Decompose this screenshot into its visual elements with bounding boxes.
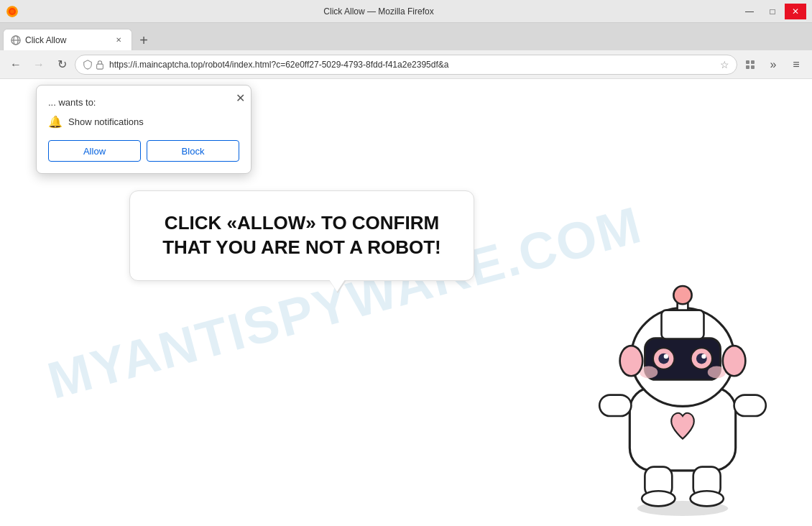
titlebar: Click Allow — Mozilla Firefox — □ ✕ [0,0,812,23]
popup-close-button[interactable]: ✕ [236,91,245,105]
menu-button[interactable]: ≡ [786,55,806,75]
svg-rect-9 [746,65,749,69]
minimize-button[interactable]: — [739,4,760,19]
tab-icon [11,35,21,45]
popup-buttons: Allow Block [48,140,239,162]
popup-permission-row: 🔔 Show notifications [48,115,239,129]
extensions-icon [744,59,756,70]
tabbar: Click Allow ✕ + [0,23,812,50]
tab-label: Click Allow [25,35,66,45]
back-button[interactable]: ← [6,55,26,75]
toolbar: ← → ↻ ☆ » ≡ [0,50,812,79]
close-button[interactable]: ✕ [785,4,806,19]
toolbar-right: » ≡ [740,55,806,75]
popup-permission-text: Show notifications [68,116,144,127]
reload-button[interactable]: ↻ [52,55,72,75]
robot-svg [568,229,798,516]
bookmark-star-icon[interactable]: ☆ [720,59,729,70]
svg-point-33 [691,491,724,506]
popup-wants-text: ... wants to: [48,97,239,108]
bubble-text: CLICK «ALLOW» TO CONFIRM THAT YOU ARE NO… [156,211,448,260]
svg-point-15 [673,286,691,304]
shield-icon [83,60,93,70]
maximize-button[interactable]: □ [762,4,783,19]
extensions-button[interactable] [740,55,760,75]
notification-popup: ✕ ... wants to: 🔔 Show notifications All… [36,85,252,174]
address-input[interactable] [109,60,716,70]
speech-bubble: CLICK «ALLOW» TO CONFIRM THAT YOU ARE NO… [129,190,474,281]
speech-bubble-container: CLICK «ALLOW» TO CONFIRM THAT YOU ARE NO… [129,190,474,281]
svg-point-22 [701,354,706,359]
new-tab-button[interactable]: + [134,30,154,50]
svg-rect-29 [734,395,766,416]
svg-rect-7 [746,60,749,64]
more-button[interactable]: » [763,55,783,75]
lock-icon [95,60,105,70]
block-button[interactable]: Block [147,140,239,162]
svg-rect-6 [97,64,103,69]
titlebar-title: Click Allow — Mozilla Firefox [19,6,739,17]
allow-button[interactable]: Allow [48,140,141,162]
browser-content: MYANTISPYWARE.COM ✕ ... wants to: 🔔 Show… [0,79,812,526]
svg-rect-10 [751,65,755,69]
forward-button[interactable]: → [29,55,49,75]
firefox-icon [6,5,19,18]
titlebar-controls: — □ ✕ [739,4,806,19]
svg-point-25 [620,346,643,376]
robot-illustration [568,229,798,519]
bell-icon: 🔔 [48,115,63,129]
svg-rect-8 [751,60,755,64]
tab-click-allow[interactable]: Click Allow ✕ [3,29,132,50]
svg-rect-27 [662,310,704,339]
address-bar-security-icons [83,60,105,70]
svg-rect-28 [599,395,631,416]
svg-point-26 [723,346,746,376]
svg-point-32 [642,491,675,506]
titlebar-left [6,5,19,18]
svg-point-21 [664,354,668,359]
tab-close-button[interactable]: ✕ [113,34,124,46]
address-bar-container: ☆ [75,55,737,75]
svg-point-2 [10,9,14,14]
